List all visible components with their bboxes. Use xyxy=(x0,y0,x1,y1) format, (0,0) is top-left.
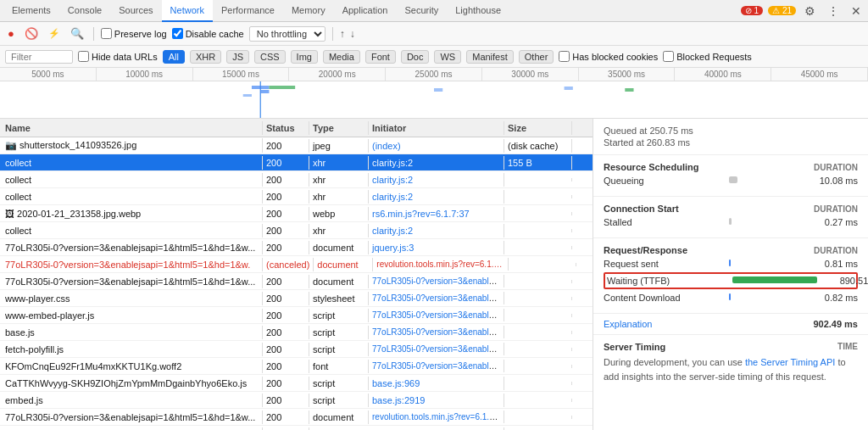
row-name: 77oLR305i-0?version=3&enablejsapi=1&html… xyxy=(0,275,263,288)
tab-elements[interactable]: Elements xyxy=(3,0,59,22)
blocked-requests-input[interactable] xyxy=(663,51,674,62)
stalled-bar-container xyxy=(729,218,792,226)
error-badge[interactable]: ⊘ 1 xyxy=(741,6,763,15)
table-row[interactable]: embed.js 200 script base.js:2919 xyxy=(0,392,593,409)
has-blocked-cookies-input[interactable] xyxy=(559,51,570,62)
timeline-chart[interactable] xyxy=(0,81,868,119)
hide-data-urls-input[interactable] xyxy=(78,51,89,62)
settings-button[interactable]: ⚙ xyxy=(801,3,819,20)
filter-other[interactable]: Other xyxy=(519,50,554,64)
table-row[interactable]: KFOmCnqEu92Fr1Mu4mxKKTU1Kg.woff2 200 fon… xyxy=(0,358,593,375)
tab-console[interactable]: Console xyxy=(59,0,110,22)
fetch-button[interactable]: ⚡ xyxy=(46,26,63,41)
has-blocked-cookies-checkbox[interactable]: Has blocked cookies xyxy=(559,51,658,62)
request-response-header: Request/Response DURATION xyxy=(604,245,858,255)
row-name: 📷 shutterstock_141093526.jpg xyxy=(0,138,263,153)
row-initiator: rs6.min.js?rev=6.1.7:37 xyxy=(369,207,504,221)
table-row[interactable]: collect 200 xhr clarity.js:2 155 B 892 m… xyxy=(0,154,593,171)
filter-all[interactable]: All xyxy=(163,50,185,64)
disable-cache-input[interactable] xyxy=(172,28,183,39)
preserve-log-input[interactable] xyxy=(101,28,112,39)
table-row[interactable]: 📷 shutterstock_141093526.jpg 200 jpeg (i… xyxy=(0,137,593,154)
tab-security[interactable]: Security xyxy=(396,0,447,22)
row-time xyxy=(572,348,593,351)
row-initiator: <anonymous>:1 xyxy=(369,427,504,431)
row-type: document xyxy=(309,275,369,288)
hide-data-urls-checkbox[interactable]: Hide data URLs xyxy=(78,51,158,62)
record-button[interactable]: ● xyxy=(5,25,17,42)
queueing-label: Queueing xyxy=(604,176,722,186)
table-row[interactable]: www-player.css 200 stylesheet 77oLR305i-… xyxy=(0,290,593,307)
table-row[interactable]: 77oLR305i-0?version=3&enablejsapi=1&html… xyxy=(0,409,593,426)
svg-rect-6 xyxy=(565,87,573,90)
table-row[interactable]: 77oLR305i-0?version=3&enablejsapi=1&html… xyxy=(0,273,593,290)
network-table[interactable]: Name Status Type Initiator Size Time Wat… xyxy=(0,119,593,430)
undock-button[interactable]: ✕ xyxy=(848,3,865,20)
table-row[interactable]: 🖼 2020-01-21_231358.jpg.webp 200 webp rs… xyxy=(0,205,593,222)
table-row[interactable]: generate_2042n-CQLA (pending) <anonymous… xyxy=(0,426,593,430)
row-name: fetch-polyfill.js xyxy=(0,343,263,356)
table-row[interactable]: 77oLR305i-0?version=3&enablejsapi=1&html… xyxy=(0,239,593,256)
filter-img[interactable]: Img xyxy=(291,50,318,64)
tab-network[interactable]: Network xyxy=(162,0,213,22)
row-type: script xyxy=(309,343,369,356)
row-name: CaTTKhWvyyg-SKH9ZIOhjZmYpmMmDgainbYhyo6E… xyxy=(0,377,263,390)
import-button[interactable]: ↑ xyxy=(340,28,345,40)
disable-cache-checkbox[interactable]: Disable cache xyxy=(172,28,244,39)
table-row[interactable]: collect 200 xhr clarity.js:2 xyxy=(0,222,593,239)
table-row[interactable]: CaTTKhWvyyg-SKH9ZIOhjZmYpmMmDgainbYhyo6E… xyxy=(0,375,593,392)
row-time xyxy=(572,382,593,385)
server-timing-api-link[interactable]: the Server Timing API xyxy=(745,357,835,367)
throttle-select[interactable]: No throttling xyxy=(249,26,326,42)
tab-lighthouse[interactable]: Lighthouse xyxy=(447,0,509,22)
table-row[interactable]: www-embed-player.js 200 script 77oLR305i… xyxy=(0,307,593,324)
request-sent-label: Request sent xyxy=(604,259,722,269)
filter-js[interactable]: JS xyxy=(226,50,249,64)
filter-doc[interactable]: Doc xyxy=(401,50,430,64)
filter-media[interactable]: Media xyxy=(323,50,360,64)
search-button[interactable]: 🔍 xyxy=(68,25,86,42)
row-status: 200 xyxy=(263,377,309,390)
filter-manifest[interactable]: Manifest xyxy=(466,50,514,64)
tab-application[interactable]: Application xyxy=(334,0,397,22)
row-status: 200 xyxy=(263,241,309,254)
filter-input[interactable] xyxy=(5,50,73,64)
timeline-mark: 35000 ms xyxy=(579,68,676,81)
filter-ws[interactable]: WS xyxy=(434,50,461,64)
row-type: script xyxy=(309,309,369,322)
timeline-mark: 5000 ms xyxy=(0,68,97,81)
clear-button[interactable]: 🚫 xyxy=(22,25,41,42)
row-name: 77oLR305i-0?version=3&enablejsapi=1&html… xyxy=(0,410,263,424)
tab-memory[interactable]: Memory xyxy=(283,0,334,22)
timing-row-request-sent: Request sent 0.81 ms xyxy=(604,259,858,269)
table-row[interactable]: collect 200 xhr clarity.js:2 xyxy=(0,188,593,205)
preserve-log-checkbox[interactable]: Preserve log xyxy=(101,28,167,39)
export-button[interactable]: ↓ xyxy=(350,28,355,40)
more-button[interactable]: ⋮ xyxy=(824,3,843,20)
filter-font[interactable]: Font xyxy=(365,50,396,64)
blocked-requests-checkbox[interactable]: Blocked Requests xyxy=(663,51,752,62)
row-status: 200 xyxy=(263,410,309,424)
row-type: document xyxy=(314,258,373,271)
row-time xyxy=(572,331,593,334)
ttfb-label: Waiting (TTFB) xyxy=(607,276,726,286)
timeline-svg xyxy=(0,81,868,119)
stalled-bar xyxy=(729,218,732,225)
row-name: collect xyxy=(0,190,263,204)
table-row[interactable]: 77oLR305i-0?version=3&enablejsapi=1&html… xyxy=(0,256,593,273)
warning-badge[interactable]: ⚠ 21 xyxy=(768,6,796,15)
row-time: 3 ms xyxy=(572,139,593,153)
table-row[interactable]: base.js 200 script 77oLR305i-0?version=3… xyxy=(0,324,593,341)
filter-css[interactable]: CSS xyxy=(254,50,286,64)
tab-performance[interactable]: Performance xyxy=(213,0,283,22)
tab-sources[interactable]: Sources xyxy=(110,0,161,22)
filter-xhr[interactable]: XHR xyxy=(190,50,221,64)
timeline: 5000 ms 10000 ms 15000 ms 20000 ms 25000… xyxy=(0,68,868,119)
table-row[interactable]: collect 200 xhr clarity.js:2 xyxy=(0,171,593,188)
content-download-label: Content Download xyxy=(604,293,722,303)
resource-scheduling-section: Resource Scheduling DURATION Queueing 10… xyxy=(593,155,868,197)
explanation-link[interactable]: Explanation xyxy=(604,319,653,329)
table-row[interactable]: fetch-polyfill.js 200 script 77oLR305i-0… xyxy=(0,341,593,358)
row-initiator: clarity.js:2 xyxy=(369,173,504,187)
row-initiator: 77oLR305i-0?version=3&enablej... xyxy=(369,343,504,355)
